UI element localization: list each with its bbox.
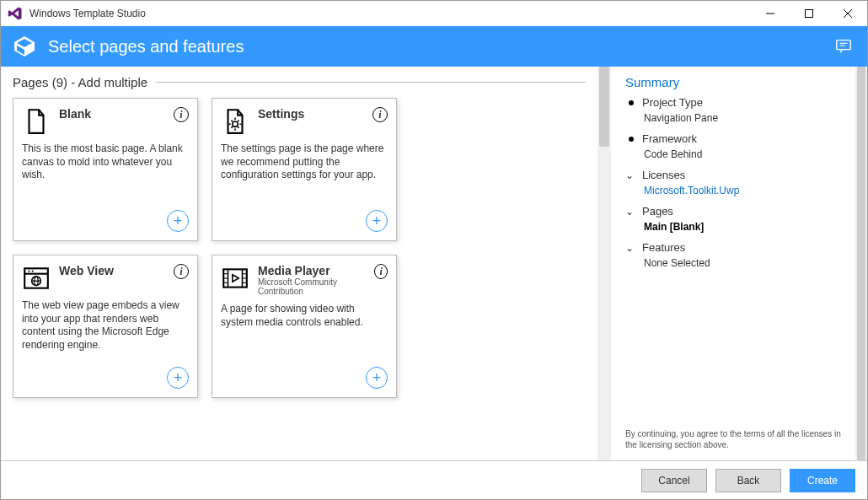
chevron-down-icon: ⌄	[625, 242, 637, 254]
pages-expander[interactable]: ⌄Pages	[625, 205, 845, 218]
wizard-icon	[11, 33, 38, 60]
pages-label: Pages	[642, 205, 673, 218]
bullet-icon	[629, 137, 634, 142]
card-title: Blank	[59, 107, 91, 121]
pages-content: Pages (9) - Add multiple BlankiThis is t…	[1, 67, 597, 460]
add-button[interactable]: +	[366, 367, 388, 389]
titlebar: Windows Template Studio	[1, 1, 867, 26]
features-expander[interactable]: ⌄Features	[625, 241, 845, 254]
vs-logo-icon	[8, 6, 23, 21]
card-description: The settings page is the page where we r…	[221, 142, 388, 182]
summary-sidebar: Summary Project Type Navigation Pane Fra…	[611, 67, 855, 460]
features-label: Features	[642, 241, 685, 254]
add-button[interactable]: +	[366, 210, 388, 232]
svg-point-7	[233, 121, 238, 126]
minimize-button[interactable]	[751, 1, 790, 26]
section-header: Pages (9) - Add multiple	[13, 75, 147, 89]
card-icon	[22, 264, 51, 293]
svg-point-11	[32, 270, 34, 272]
cards-grid: BlankiThis is the most basic page. A bla…	[13, 98, 586, 398]
sidebar-scrollbar[interactable]	[855, 67, 867, 460]
page-card[interactable]: SettingsiThe settings page is the page w…	[212, 98, 397, 241]
license-link[interactable]: Microsoft.Toolkit.Uwp	[625, 185, 845, 196]
card-icon	[221, 264, 249, 293]
svg-point-10	[28, 270, 29, 272]
maximize-button[interactable]	[790, 1, 828, 26]
card-title: Web View	[59, 264, 114, 277]
card-description: The web view page embeds a view into you…	[22, 299, 189, 352]
wizard-footer: Cancel Back Create	[1, 460, 867, 499]
framework-label: Framework	[642, 132, 697, 145]
add-button[interactable]: +	[167, 210, 189, 232]
project-type-value: Navigation Pane	[625, 112, 845, 124]
card-icon	[221, 107, 249, 136]
wizard-title: Select pages and features	[48, 37, 244, 56]
chevron-down-icon: ⌄	[625, 206, 637, 218]
cancel-button[interactable]: Cancel	[641, 469, 707, 492]
back-button[interactable]: Back	[715, 469, 781, 492]
licenses-label: Licenses	[642, 169, 685, 181]
card-description: This is the most basic page. A blank can…	[22, 142, 189, 182]
features-value: None Selected	[625, 257, 845, 269]
page-card[interactable]: Media PlayerMicrosoft Community Contribu…	[212, 255, 397, 398]
page-card[interactable]: Web ViewiThe web view page embeds a view…	[13, 255, 198, 398]
card-title: Settings	[258, 107, 304, 121]
project-type-label: Project Type	[642, 96, 703, 109]
scrollbar-thumb[interactable]	[599, 67, 609, 147]
info-icon[interactable]: i	[374, 264, 388, 279]
card-description: A page for showing video with system med…	[221, 303, 388, 329]
chevron-down-icon: ⌄	[625, 169, 637, 181]
info-icon[interactable]: i	[174, 107, 189, 122]
svg-rect-4	[837, 40, 851, 50]
framework-value: Code Behind	[625, 148, 845, 160]
licenses-expander[interactable]: ⌄Licenses	[625, 169, 845, 181]
close-button[interactable]	[828, 1, 867, 26]
info-icon[interactable]: i	[372, 107, 388, 122]
bullet-icon	[629, 100, 634, 105]
card-icon	[22, 107, 51, 136]
wizard-header: Select pages and features	[1, 26, 867, 67]
create-button[interactable]: Create	[790, 469, 855, 492]
card-subtitle: Microsoft Community Contribution	[258, 277, 366, 296]
window-title: Windows Template Studio	[29, 8, 146, 19]
pages-value: Main [Blank]	[625, 221, 845, 233]
license-disclaimer: By continuing, you agree to the terms of…	[625, 423, 845, 455]
feedback-button[interactable]	[830, 33, 857, 60]
card-title: Media Player	[258, 264, 366, 277]
page-card[interactable]: BlankiThis is the most basic page. A bla…	[13, 98, 198, 241]
add-button[interactable]: +	[167, 367, 189, 389]
svg-rect-1	[806, 10, 813, 18]
section-divider	[156, 82, 586, 83]
summary-title: Summary	[625, 75, 845, 89]
content-scrollbar[interactable]	[597, 67, 611, 460]
info-icon[interactable]: i	[174, 264, 189, 279]
scrollbar-thumb[interactable]	[857, 67, 865, 460]
